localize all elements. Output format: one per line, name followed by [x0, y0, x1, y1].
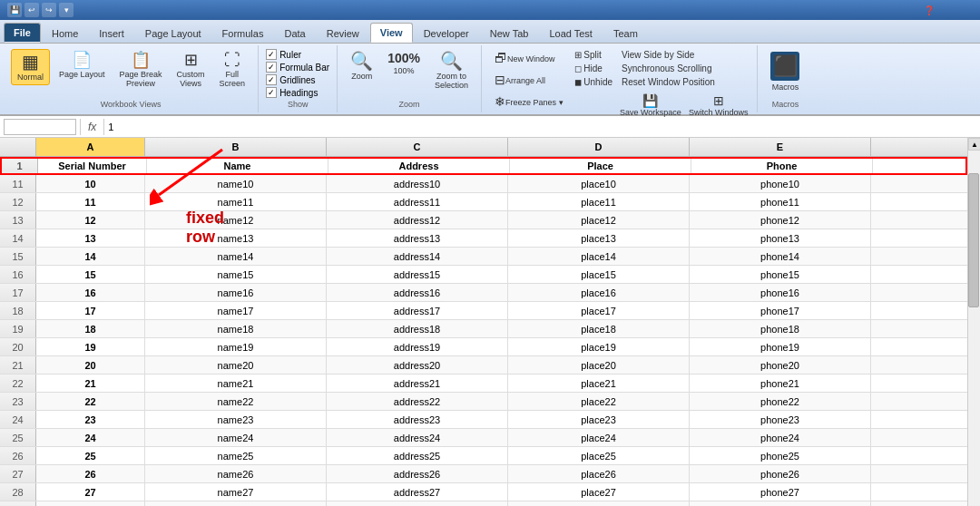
table-cell[interactable]: address15 — [327, 266, 508, 283]
col-header-c[interactable]: C — [327, 138, 508, 156]
table-cell[interactable]: address11 — [327, 193, 508, 210]
tab-file[interactable]: File — [4, 23, 41, 43]
qat-undo-icon[interactable]: ↩ — [24, 3, 39, 17]
table-cell[interactable]: name13 — [145, 229, 327, 247]
table-cell[interactable]: place28 — [508, 501, 690, 506]
table-cell[interactable]: address21 — [327, 375, 508, 392]
tab-insert[interactable]: Insert — [89, 24, 134, 43]
table-cell[interactable]: name10 — [145, 175, 327, 192]
table-cell[interactable]: phone20 — [690, 356, 871, 374]
table-cell[interactable]: 23 — [36, 411, 145, 428]
table-cell[interactable]: phone25 — [690, 447, 871, 464]
tab-data[interactable]: Data — [274, 24, 315, 43]
sync-scrolling-btn[interactable]: Synchronous Scrolling — [618, 63, 750, 74]
freeze-panes-btn[interactable]: ❄ Freeze Panes ▾ — [489, 92, 569, 112]
table-cell[interactable]: name27 — [145, 483, 327, 501]
table-cell[interactable]: 17 — [36, 302, 145, 319]
ruler-checkbox[interactable]: ✓ Ruler — [266, 49, 329, 60]
table-cell[interactable]: 26 — [36, 465, 145, 482]
table-cell[interactable]: place19 — [508, 338, 690, 355]
header-cell-place[interactable]: Place — [510, 159, 691, 173]
table-cell[interactable]: phone11 — [690, 193, 871, 210]
help-icon[interactable]: ❓ — [924, 5, 935, 15]
table-cell[interactable]: place12 — [508, 211, 690, 229]
qat-dropdown-icon[interactable]: ▾ — [59, 3, 74, 17]
table-cell[interactable]: phone28 — [690, 501, 871, 506]
table-cell[interactable]: phone22 — [690, 393, 871, 410]
header-cell-serial[interactable]: Serial Number — [38, 159, 147, 173]
formula-bar-checkbox[interactable]: ✓ Formula Bar — [266, 62, 329, 73]
table-cell[interactable]: name22 — [145, 393, 327, 410]
tab-home[interactable]: Home — [42, 24, 88, 43]
table-cell[interactable]: 15 — [36, 266, 145, 283]
table-cell[interactable]: place13 — [508, 229, 690, 247]
unhide-btn[interactable]: ◼ Unhide — [571, 76, 616, 88]
table-cell[interactable]: phone17 — [690, 302, 871, 319]
table-cell[interactable]: phone24 — [690, 429, 871, 446]
table-cell[interactable]: address16 — [327, 284, 508, 301]
table-cell[interactable]: name25 — [145, 447, 327, 464]
switch-windows-btn[interactable]: ⊞ Switch Windows — [687, 92, 750, 119]
table-cell[interactable]: 16 — [36, 284, 145, 301]
zoom-100-btn[interactable]: 100% 100% — [382, 49, 426, 78]
tab-new-tab[interactable]: New Tab — [480, 24, 539, 43]
table-cell[interactable]: address23 — [327, 411, 508, 428]
table-cell[interactable]: 18 — [36, 320, 145, 337]
tab-team[interactable]: Team — [603, 24, 648, 43]
reset-window-pos-btn[interactable]: Reset Window Position — [618, 76, 750, 88]
scrollbar-thumb[interactable] — [968, 173, 979, 308]
view-side-by-side-btn[interactable]: View Side by Side — [618, 49, 750, 61]
table-cell[interactable]: 19 — [36, 338, 145, 355]
table-cell[interactable]: 25 — [36, 447, 145, 464]
table-cell[interactable]: 28 — [36, 501, 145, 506]
table-cell[interactable]: name19 — [145, 338, 327, 355]
table-cell[interactable]: name23 — [145, 411, 327, 428]
table-cell[interactable]: place21 — [508, 375, 690, 392]
zoom-selection-btn[interactable]: 🔍 Zoom toSelection — [429, 49, 474, 92]
headings-checkbox[interactable]: ✓ Headings — [266, 87, 329, 98]
table-cell[interactable]: 20 — [36, 356, 145, 374]
name-box[interactable] — [4, 119, 76, 135]
scrollbar-track[interactable] — [968, 151, 980, 506]
table-cell[interactable]: phone16 — [690, 284, 871, 301]
table-cell[interactable]: address12 — [327, 211, 508, 229]
full-screen-btn[interactable]: ⛶ FullScreen — [214, 49, 251, 91]
table-cell[interactable]: 21 — [36, 375, 145, 392]
table-cell[interactable]: name14 — [145, 248, 327, 265]
table-cell[interactable]: phone13 — [690, 229, 871, 247]
table-cell[interactable]: phone19 — [690, 338, 871, 355]
tab-view[interactable]: View — [370, 23, 413, 43]
qat-save-icon[interactable]: 💾 — [7, 3, 22, 17]
table-cell[interactable]: address13 — [327, 229, 508, 247]
new-window-btn[interactable]: 🗗 New Window — [489, 49, 569, 69]
table-cell[interactable]: address27 — [327, 483, 508, 501]
header-cell-name[interactable]: Name — [147, 159, 328, 173]
table-cell[interactable]: address10 — [327, 175, 508, 192]
table-cell[interactable]: phone21 — [690, 375, 871, 392]
scroll-up-btn[interactable]: ▲ — [968, 138, 980, 151]
table-cell[interactable]: name15 — [145, 266, 327, 283]
table-cell[interactable]: address22 — [327, 393, 508, 410]
header-cell-address[interactable]: Address — [328, 159, 510, 173]
header-cell-phone[interactable]: Phone — [691, 159, 873, 173]
table-cell[interactable]: phone10 — [690, 175, 871, 192]
table-cell[interactable]: name26 — [145, 465, 327, 482]
table-cell[interactable]: name18 — [145, 320, 327, 337]
formula-input[interactable] — [108, 119, 976, 135]
tab-load-test[interactable]: Load Test — [539, 24, 603, 43]
table-cell[interactable]: 14 — [36, 248, 145, 265]
table-cell[interactable]: address17 — [327, 302, 508, 319]
col-header-d[interactable]: D — [508, 138, 690, 156]
table-cell[interactable]: place18 — [508, 320, 690, 337]
split-btn[interactable]: ⊞ Split — [571, 49, 616, 61]
normal-view-btn[interactable]: ▦ Normal — [11, 49, 50, 85]
table-cell[interactable]: name12 — [145, 211, 327, 229]
qat-redo-icon[interactable]: ↪ — [42, 3, 56, 17]
table-cell[interactable]: 22 — [36, 393, 145, 410]
page-break-btn[interactable]: 📋 Page BreakPreview — [114, 49, 168, 91]
zoom-btn[interactable]: 🔍 Zoom — [345, 49, 378, 83]
table-cell[interactable]: phone23 — [690, 411, 871, 428]
page-layout-view-btn[interactable]: 📄 Page Layout — [54, 49, 111, 82]
table-cell[interactable]: name24 — [145, 429, 327, 446]
table-cell[interactable]: place17 — [508, 302, 690, 319]
